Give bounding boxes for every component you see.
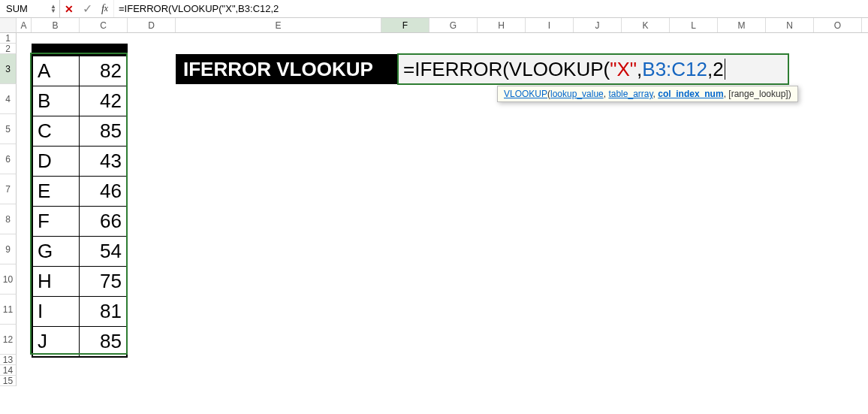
cell-val[interactable]: 85 bbox=[80, 326, 126, 356]
table-row: C 85 bbox=[33, 116, 126, 146]
cell-key[interactable]: G bbox=[33, 236, 80, 266]
tooltip-paren: ) bbox=[788, 89, 791, 99]
cell-val[interactable]: 85 bbox=[80, 116, 126, 146]
row-head-13[interactable]: 13 bbox=[0, 355, 17, 365]
cell-val[interactable]: 54 bbox=[80, 236, 126, 266]
col-head-J[interactable]: J bbox=[574, 18, 622, 32]
row-head-15[interactable]: 15 bbox=[0, 376, 17, 386]
tooltip-arg-col-index[interactable]: col_index_num bbox=[658, 89, 723, 99]
cell-key[interactable]: C bbox=[33, 116, 80, 146]
col-head-G[interactable]: G bbox=[429, 18, 478, 32]
data-table: A 82 B 42 C 85 D 43 E 46 F 66 bbox=[32, 44, 128, 358]
formula-string: "X" bbox=[610, 58, 637, 81]
row-head-3[interactable]: 3 bbox=[0, 54, 17, 84]
accept-icon[interactable]: ✓ bbox=[78, 0, 96, 17]
fx-icon[interactable]: fx bbox=[96, 0, 114, 17]
formula-paren: ( bbox=[502, 58, 509, 81]
formula-ref: B3:C12 bbox=[642, 58, 707, 81]
cell-val[interactable]: 75 bbox=[80, 266, 126, 296]
col-head-N[interactable]: N bbox=[766, 18, 814, 32]
cell-val[interactable]: 46 bbox=[80, 176, 126, 206]
table-row: E 46 bbox=[33, 176, 126, 206]
tooltip-arg-range-lookup: [range_lookup] bbox=[728, 89, 788, 99]
text-cursor bbox=[725, 59, 725, 80]
table-row: I 81 bbox=[33, 296, 126, 326]
row-headers: 1 2 3 4 5 6 7 8 9 10 11 12 13 14 15 bbox=[0, 33, 17, 386]
col-head-C[interactable]: C bbox=[80, 18, 128, 32]
col-head-O[interactable]: O bbox=[814, 18, 862, 32]
table-row: J 85 bbox=[33, 326, 126, 356]
formula-comma: , bbox=[637, 58, 642, 81]
formula-bar-input[interactable]: =IFERROR(VLOOKUP("X",B3:C12,2 bbox=[114, 3, 868, 14]
col-head-A[interactable]: A bbox=[17, 18, 32, 32]
formula-fn-vlookup: VLOOKUP bbox=[509, 58, 604, 81]
name-box[interactable]: SUM ▲ ▼ bbox=[0, 0, 60, 17]
cell-key[interactable]: B bbox=[33, 86, 80, 116]
col-head-B[interactable]: B bbox=[32, 18, 80, 32]
tooltip-arg-table-array[interactable]: table_array bbox=[608, 89, 653, 99]
grid: 1 2 3 4 5 6 7 8 9 10 11 12 13 14 15 A 82… bbox=[0, 33, 868, 386]
row-head-10[interactable]: 10 bbox=[0, 264, 17, 295]
table-row: H 75 bbox=[33, 266, 126, 296]
col-head-K[interactable]: K bbox=[622, 18, 670, 32]
row-head-8[interactable]: 8 bbox=[0, 204, 17, 234]
cell-val[interactable]: 82 bbox=[80, 56, 126, 86]
row-head-4[interactable]: 4 bbox=[0, 84, 17, 114]
data-table-header bbox=[33, 45, 126, 56]
table-row: D 43 bbox=[33, 146, 126, 176]
row-head-12[interactable]: 12 bbox=[0, 325, 17, 355]
cell-key[interactable]: I bbox=[33, 296, 80, 326]
col-head-D[interactable]: D bbox=[128, 18, 176, 32]
row-head-1[interactable]: 1 bbox=[0, 33, 17, 44]
row-head-5[interactable]: 5 bbox=[0, 114, 17, 144]
cells-area[interactable]: A 82 B 42 C 85 D 43 E 46 F 66 bbox=[17, 33, 868, 386]
name-box-text: SUM bbox=[6, 3, 28, 14]
row-head-2[interactable]: 2 bbox=[0, 44, 17, 54]
tooltip-arg-lookup-value[interactable]: lookup_value bbox=[550, 89, 604, 99]
cell-key[interactable]: D bbox=[33, 146, 80, 176]
col-head-I[interactable]: I bbox=[526, 18, 574, 32]
col-head-F[interactable]: F bbox=[381, 18, 429, 32]
cell-val[interactable]: 43 bbox=[80, 146, 126, 176]
spinner-down-icon[interactable]: ▼ bbox=[50, 9, 56, 14]
formula-fn-iferror: IFERROR bbox=[414, 58, 502, 81]
column-headers: A B C D E F G H I J K L M N O bbox=[0, 18, 868, 33]
formula-tooltip[interactable]: VLOOKUP(lookup_value, table_array, col_i… bbox=[497, 86, 798, 102]
col-head-E[interactable]: E bbox=[176, 18, 381, 32]
cell-val[interactable]: 81 bbox=[80, 296, 126, 326]
name-box-spinner[interactable]: ▲ ▼ bbox=[50, 5, 56, 14]
table-row: F 66 bbox=[33, 206, 126, 236]
formula-bar: SUM ▲ ▼ ✕ ✓ fx =IFERROR(VLOOKUP("X",B3:C… bbox=[0, 0, 868, 18]
col-head-L[interactable]: L bbox=[670, 18, 718, 32]
cancel-icon[interactable]: ✕ bbox=[60, 0, 78, 17]
formula-number: 2 bbox=[713, 58, 723, 81]
row-head-9[interactable]: 9 bbox=[0, 234, 17, 264]
formula-comma: , bbox=[707, 58, 713, 81]
formula-paren: ( bbox=[604, 58, 610, 81]
cell-key[interactable]: E bbox=[33, 176, 80, 206]
cell-key[interactable]: H bbox=[33, 266, 80, 296]
cell-key[interactable]: F bbox=[33, 206, 80, 236]
cell-key[interactable]: A bbox=[33, 56, 80, 86]
cell-val[interactable]: 66 bbox=[80, 206, 126, 236]
row-head-11[interactable]: 11 bbox=[0, 295, 17, 325]
active-formula-cell[interactable]: =IFERROR(VLOOKUP("X",B3:C12,2 bbox=[398, 54, 788, 84]
select-all-corner[interactable] bbox=[0, 18, 17, 32]
row-head-6[interactable]: 6 bbox=[0, 144, 17, 174]
row-head-7[interactable]: 7 bbox=[0, 174, 17, 204]
tooltip-fn[interactable]: VLOOKUP bbox=[504, 89, 547, 99]
label-cell[interactable]: IFERROR VLOOKUP bbox=[176, 54, 398, 84]
table-row: G 54 bbox=[33, 236, 126, 266]
table-row: A 82 bbox=[33, 56, 126, 86]
cell-val[interactable]: 42 bbox=[80, 86, 126, 116]
formula-eq: = bbox=[403, 58, 414, 81]
col-head-H[interactable]: H bbox=[478, 18, 526, 32]
col-head-M[interactable]: M bbox=[718, 18, 766, 32]
table-row: B 42 bbox=[33, 86, 126, 116]
row-head-14[interactable]: 14 bbox=[0, 365, 17, 376]
cell-key[interactable]: J bbox=[33, 326, 80, 356]
